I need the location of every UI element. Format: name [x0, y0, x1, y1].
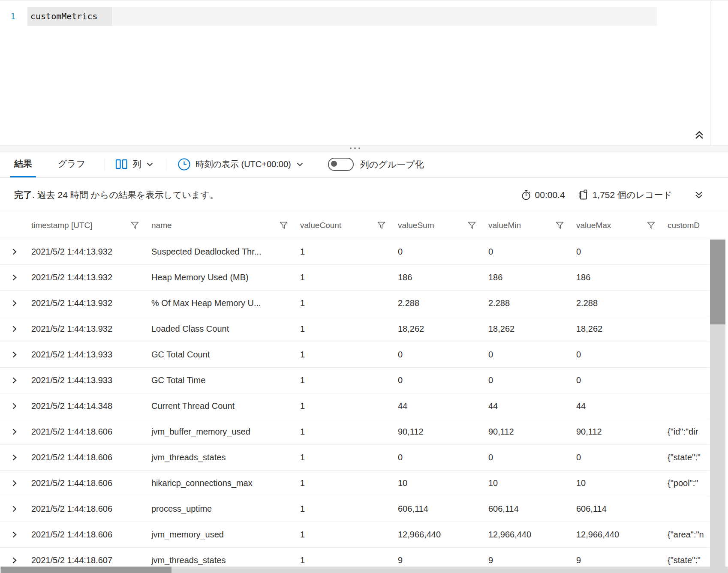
cell-valueMin: 2.288: [488, 291, 576, 316]
cell-valueSum: 0: [398, 368, 488, 393]
cell-valueSum: 0: [398, 239, 488, 264]
cell-valueMax: 606,114: [576, 496, 668, 522]
funnel-icon[interactable]: [555, 221, 564, 230]
column-header-valueMin[interactable]: valueMin: [488, 212, 576, 239]
cell-valueMax: 0: [576, 368, 668, 393]
table-row[interactable]: 2021/5/2 1:44:13.933 GC Total Time 1 0 0…: [0, 368, 710, 393]
row-expander[interactable]: [0, 445, 31, 470]
funnel-icon[interactable]: [279, 221, 288, 230]
table-row[interactable]: 2021/5/2 1:44:18.607 jvm_threads_states …: [0, 548, 710, 567]
cell-valueCount: 1: [300, 393, 398, 419]
table-row[interactable]: 2021/5/2 1:44:14.348 Current Thread Coun…: [0, 393, 710, 419]
column-header-valueCount[interactable]: valueCount: [300, 212, 398, 239]
cell-timestamp: 2021/5/2 1:44:13.933: [31, 342, 151, 367]
tab-results[interactable]: 結果: [10, 151, 36, 177]
cell-valueMax: 2.288: [576, 291, 668, 316]
column-header-valueMax[interactable]: valueMax: [576, 212, 668, 239]
row-expander[interactable]: [0, 239, 31, 264]
row-expander[interactable]: [0, 496, 31, 522]
funnel-icon[interactable]: [647, 221, 656, 230]
table-row[interactable]: 2021/5/2 1:44:13.932 Loaded Class Count …: [0, 316, 710, 342]
cell-valueSum: 10: [398, 471, 488, 496]
table-row[interactable]: 2021/5/2 1:44:18.606 jvm_buffer_memory_u…: [0, 419, 710, 445]
row-expander[interactable]: [0, 368, 31, 393]
row-expander[interactable]: [0, 471, 31, 496]
cell-name: Loaded Class Count: [151, 316, 300, 342]
horizontal-scrollbar-thumb[interactable]: [1, 567, 171, 573]
table-row[interactable]: 2021/5/2 1:44:18.606 jvm_memory_used 1 1…: [0, 522, 710, 548]
group-columns-toggle[interactable]: [328, 158, 354, 171]
cell-timestamp: 2021/5/2 1:44:13.932: [31, 265, 151, 290]
cell-name: process_uptime: [151, 496, 300, 522]
cell-valueSum: 186: [398, 265, 488, 290]
collapse-editor-button[interactable]: [693, 129, 706, 142]
cell-customDimensions: {"pool":": [668, 471, 710, 496]
status-completed: 完了: [14, 190, 32, 200]
time-display-button[interactable]: 時刻の表示 (UTC+00:00): [177, 151, 304, 177]
table-row[interactable]: 2021/5/2 1:44:13.932 Suspected Deadlocke…: [0, 239, 710, 265]
cell-valueMin: 0: [488, 368, 576, 393]
elapsed-time: 00:00.4: [535, 190, 565, 200]
columns-button[interactable]: 列: [115, 151, 154, 177]
chevron-double-down-icon[interactable]: [694, 190, 704, 200]
column-header-customDimensions[interactable]: customD: [668, 212, 710, 239]
drag-handle-dots-icon[interactable]: [0, 146, 710, 151]
cell-valueMin: 186: [488, 265, 576, 290]
funnel-icon[interactable]: [130, 221, 139, 230]
cell-valueMax: 0: [576, 239, 668, 264]
vertical-scrollbar-thumb[interactable]: [710, 240, 725, 324]
query-editor[interactable]: 1 customMetrics: [0, 0, 728, 146]
chevron-right-icon: [11, 325, 18, 333]
cell-timestamp: 2021/5/2 1:44:18.606: [31, 522, 151, 547]
row-expander[interactable]: [0, 522, 31, 547]
chevron-right-icon: [11, 377, 18, 384]
row-expander[interactable]: [0, 548, 31, 567]
column-header-valueSum[interactable]: valueSum: [398, 212, 488, 239]
row-expander[interactable]: [0, 291, 31, 316]
query-text[interactable]: customMetrics: [27, 7, 112, 26]
log-analytics-results-page: 1 customMetrics 結果 グラフ: [0, 0, 728, 573]
columns-icon: [115, 159, 128, 170]
cell-valueMax: 186: [576, 265, 668, 290]
table-body: 2021/5/2 1:44:13.932 Suspected Deadlocke…: [0, 239, 710, 567]
row-expander[interactable]: [0, 393, 31, 419]
records-icon: [578, 189, 589, 201]
row-expander[interactable]: [0, 419, 31, 444]
cell-customDimensions: [668, 368, 710, 393]
row-expander[interactable]: [0, 265, 31, 290]
header-expander-spacer: [0, 212, 31, 239]
table-row[interactable]: 2021/5/2 1:44:18.606 hikaricp_connection…: [0, 471, 710, 496]
chevron-right-icon: [11, 351, 18, 358]
table-row[interactable]: 2021/5/2 1:44:18.606 jvm_threads_states …: [0, 445, 710, 471]
cell-valueSum: 12,966,440: [398, 522, 488, 547]
cell-timestamp: 2021/5/2 1:44:18.606: [31, 496, 151, 522]
row-expander[interactable]: [0, 316, 31, 342]
status-message: 完了. 過去 24 時間 からの結果を表示しています。: [14, 189, 219, 201]
table-row[interactable]: 2021/5/2 1:44:18.606 process_uptime 1 60…: [0, 496, 710, 522]
table-row[interactable]: 2021/5/2 1:44:13.933 GC Total Count 1 0 …: [0, 342, 710, 368]
column-header-name[interactable]: name: [151, 212, 300, 239]
cell-customDimensions: [668, 393, 710, 419]
cell-valueSum: 0: [398, 342, 488, 367]
tab-chart[interactable]: グラフ: [54, 151, 89, 177]
funnel-icon[interactable]: [467, 221, 476, 230]
cell-name: % Of Max Heap Memory U...: [151, 291, 300, 316]
funnel-icon[interactable]: [377, 221, 386, 230]
cell-valueSum: 606,114: [398, 496, 488, 522]
group-columns-label: 列のグループ化: [360, 159, 424, 171]
column-header-timestamp[interactable]: timestamp [UTC]: [31, 212, 151, 239]
cell-customDimensions: [668, 291, 710, 316]
cell-valueSum: 9: [398, 548, 488, 567]
cell-valueCount: 1: [300, 291, 398, 316]
cell-name: Suspected Deadlocked Thr...: [151, 239, 300, 264]
cell-timestamp: 2021/5/2 1:44:18.606: [31, 419, 151, 444]
cell-timestamp: 2021/5/2 1:44:18.607: [31, 548, 151, 567]
cell-valueMin: 44: [488, 393, 576, 419]
cell-valueMin: 18,262: [488, 316, 576, 342]
cell-valueMin: 90,112: [488, 419, 576, 444]
row-expander[interactable]: [0, 342, 31, 367]
table-row[interactable]: 2021/5/2 1:44:13.932 Heap Memory Used (M…: [0, 265, 710, 291]
toolbar-divider: [105, 159, 105, 171]
cell-valueSum: 0: [398, 445, 488, 470]
table-row[interactable]: 2021/5/2 1:44:13.932 % Of Max Heap Memor…: [0, 291, 710, 316]
